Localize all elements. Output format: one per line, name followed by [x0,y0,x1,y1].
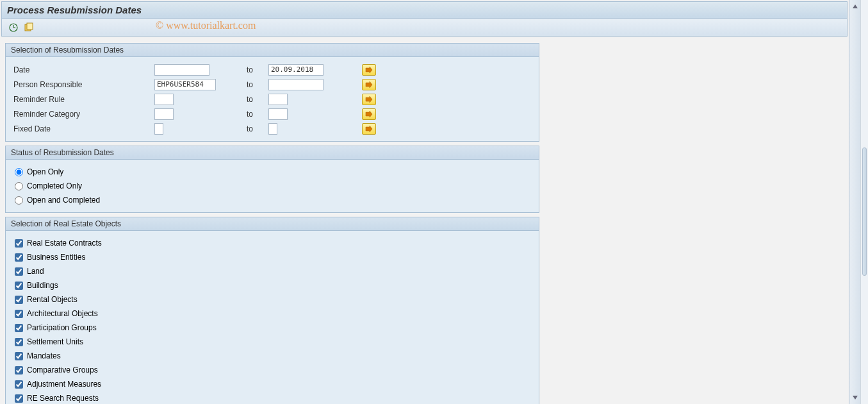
object-checkbox[interactable] [15,366,23,375]
status-radio[interactable] [15,182,23,190]
check-row: Participation Groups [12,321,532,335]
field-label: Person Responsible [12,80,154,89]
group-title: Selection of Resubmission Dates [6,44,539,57]
checkbox-label: Buildings [27,281,58,290]
check-row: Rental Objects [12,292,532,307]
form-row: Dateto [12,62,532,77]
checkbox-label: Business Entities [27,253,85,262]
form-row: Person Responsibleto [12,77,532,92]
check-row: Settlement Units [12,335,532,349]
radio-row: Open and Completed [12,193,532,207]
outer-scrollbar[interactable] [860,0,868,404]
field-label: Fixed Date [12,124,154,133]
field-to-input[interactable] [268,79,323,90]
svg-marker-8 [366,111,372,117]
field-from-input[interactable] [154,94,174,105]
check-row: Buildings [12,278,532,292]
check-row: Architectural Objects [12,307,532,321]
multiple-selection-button[interactable] [362,94,376,105]
check-row: Comparative Groups [12,363,532,377]
field-from-input[interactable] [154,108,174,120]
check-row: Mandates [12,349,532,363]
svg-marker-5 [366,67,372,73]
svg-marker-10 [853,4,858,8]
object-checkbox[interactable] [15,310,23,318]
check-row: Adjustment Measures [12,377,532,391]
object-checkbox[interactable] [15,267,23,276]
checkbox-label: Land [27,267,44,276]
svg-marker-11 [853,396,858,400]
group-title: Status of Resubmission Dates [6,146,539,160]
checkbox-label: RE Search Requests [27,394,99,403]
watermark-text: © www.tutorialkart.com [156,20,256,31]
status-radio[interactable] [15,196,23,205]
check-row: Real Estate Contracts [12,236,532,250]
object-checkbox[interactable] [15,394,23,403]
field-to-input[interactable] [268,64,323,76]
group-title: Selection of Real Estate Objects [6,217,539,231]
to-label: to [244,65,268,74]
field-label: Date [12,65,154,74]
field-from-input[interactable] [154,123,163,135]
multiple-selection-button[interactable] [362,108,376,120]
radio-row: Open Only [12,165,532,179]
multiple-selection-button[interactable] [362,64,376,76]
checkbox-label: Settlement Units [27,337,83,346]
field-from-input[interactable] [154,79,216,90]
checkbox-label: Mandates [27,351,61,360]
execute-icon[interactable] [7,21,20,34]
scrollbar-thumb[interactable] [862,147,867,276]
multiple-selection-button[interactable] [362,79,376,90]
form-row: Fixed Dateto [12,121,532,136]
svg-rect-4 [27,23,33,29]
scroll-up-icon[interactable] [851,3,859,10]
radio-label: Open and Completed [27,196,100,205]
field-label: Reminder Category [12,110,154,119]
object-checkbox[interactable] [15,282,23,290]
form-row: Reminder Ruleto [12,92,532,106]
object-checkbox[interactable] [15,338,23,346]
field-to-input[interactable] [268,108,288,120]
field-label: Reminder Rule [12,95,154,104]
radio-label: Completed Only [27,181,82,190]
svg-marker-7 [366,96,372,103]
multiple-selection-button[interactable] [362,123,376,135]
checkbox-label: Comparative Groups [27,366,98,375]
checkbox-label: Architectural Objects [27,309,98,318]
object-checkbox[interactable] [15,324,23,332]
object-checkbox[interactable] [15,253,23,262]
to-label: to [244,124,268,133]
check-row: Business Entities [12,250,532,264]
to-label: to [244,95,268,104]
checkbox-label: Adjustment Measures [27,380,101,389]
svg-marker-9 [366,126,372,132]
object-checkbox[interactable] [15,296,23,304]
to-label: to [244,80,268,89]
status-radio[interactable] [15,168,23,176]
toolbar: © www.tutorialkart.com [1,19,848,37]
form-row: Reminder Categoryto [12,106,532,121]
object-checkbox[interactable] [15,380,23,389]
radio-row: Completed Only [12,179,532,193]
svg-marker-6 [366,81,372,88]
radio-label: Open Only [27,167,63,176]
variant-icon[interactable] [22,21,35,34]
field-to-input[interactable] [268,123,277,135]
to-label: to [244,110,268,119]
checkbox-label: Participation Groups [27,323,97,332]
group-status-resubmission-dates: Status of Resubmission Dates Open OnlyCo… [5,146,539,213]
page-title: Process Resubmission Dates [1,1,848,19]
field-to-input[interactable] [268,94,288,105]
check-row: RE Search Requests [12,391,532,404]
object-checkbox[interactable] [15,352,23,360]
group-selection-resubmission-dates: Selection of Resubmission Dates DatetoPe… [5,43,539,142]
scroll-down-icon[interactable] [851,394,859,401]
inner-scrollbar[interactable] [849,0,860,404]
check-row: Land [12,264,532,278]
group-selection-real-estate-objects: Selection of Real Estate Objects Real Es… [5,217,539,404]
field-from-input[interactable] [154,64,209,76]
object-checkbox[interactable] [15,239,23,248]
checkbox-label: Real Estate Contracts [27,239,102,248]
checkbox-label: Rental Objects [27,295,78,304]
